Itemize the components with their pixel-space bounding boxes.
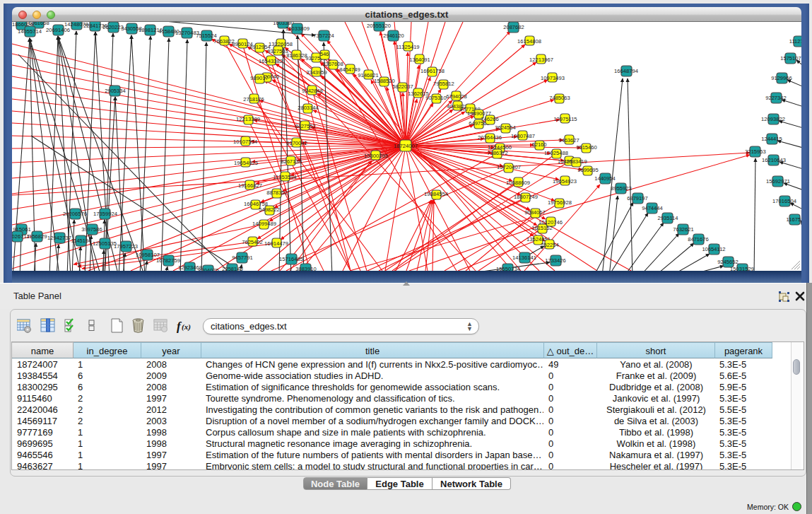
svg-text:9474444: 9474444: [642, 205, 663, 211]
svg-text:19166827: 19166827: [238, 182, 262, 189]
svg-text:6061658: 6061658: [28, 22, 49, 26]
svg-text:8186328: 8186328: [286, 52, 307, 59]
svg-text:10688609: 10688609: [506, 180, 530, 186]
svg-text:8471676: 8471676: [688, 236, 709, 243]
svg-text:5498222: 5498222: [259, 206, 280, 213]
svg-text:12942737: 12942737: [47, 235, 71, 241]
svg-text:10107554: 10107554: [233, 139, 257, 145]
svg-text:15550734: 15550734: [496, 266, 520, 271]
svg-text:8267130: 8267130: [281, 158, 302, 165]
svg-text:16210643: 16210643: [762, 157, 786, 163]
svg-text:252254: 252254: [541, 242, 558, 248]
svg-text:6794028: 6794028: [446, 93, 467, 100]
svg-text:19654923: 19654923: [553, 178, 577, 185]
svg-text:16543382: 16543382: [259, 58, 283, 64]
svg-text:15716485: 15716485: [279, 256, 303, 262]
svg-text:10654112: 10654112: [702, 246, 725, 252]
svg-text:9457791: 9457791: [232, 255, 253, 261]
svg-text:5822037: 5822037: [392, 83, 413, 90]
svg-text:16648794: 16648794: [614, 68, 638, 74]
svg-text:2258145: 2258145: [222, 266, 243, 271]
svg-text:2087682: 2087682: [503, 24, 524, 30]
svg-text:14099489: 14099489: [252, 221, 276, 227]
svg-text:2935114: 2935114: [658, 215, 678, 221]
svg-text:2905334: 2905334: [105, 88, 126, 94]
svg-text:9699695: 9699695: [577, 167, 599, 173]
svg-text:9515460: 9515460: [576, 144, 597, 151]
svg-text:20691406: 20691406: [46, 27, 70, 33]
svg-text:9227342: 9227342: [765, 95, 787, 101]
svg-text:2718176: 2718176: [243, 96, 264, 103]
svg-text:7955812: 7955812: [433, 81, 454, 87]
svg-text:746266: 746266: [481, 116, 498, 122]
svg-text:7357224: 7357224: [313, 33, 334, 39]
svg-text:8427552: 8427552: [295, 123, 316, 129]
svg-text:3215953: 3215953: [745, 148, 766, 155]
svg-text:19756928: 19756928: [548, 199, 572, 206]
svg-text:8955923: 8955923: [611, 185, 632, 192]
svg-text:17016504: 17016504: [772, 198, 796, 204]
svg-text:1156829: 1156829: [27, 233, 47, 240]
svg-text:9327503: 9327503: [267, 48, 288, 54]
svg-text:3343959: 3343959: [306, 69, 327, 76]
svg-text:1112704: 1112704: [789, 38, 801, 45]
svg-text:9463627: 9463627: [558, 137, 579, 144]
svg-text:9129966: 9129966: [771, 75, 792, 81]
svg-text:10973493: 10973493: [541, 75, 565, 81]
svg-text:16914479: 16914479: [264, 240, 288, 247]
svg-text:16961758: 16961758: [420, 68, 445, 74]
svg-text:11353594: 11353594: [273, 174, 296, 180]
svg-text:7625402: 7625402: [242, 239, 263, 245]
svg-text:989017: 989017: [250, 75, 268, 81]
svg-text:14136141: 14136141: [512, 255, 536, 261]
svg-text:3883910: 3883910: [295, 266, 317, 271]
svg-text:1364091: 1364091: [409, 57, 430, 63]
svg-text:3997586: 3997586: [81, 226, 102, 233]
svg-text:12505135: 12505135: [93, 240, 117, 247]
svg-text:9075310: 9075310: [425, 95, 447, 101]
svg-text:12213967: 12213967: [529, 57, 553, 63]
svg-text:8878352: 8878352: [266, 189, 288, 196]
svg-text:3624554: 3624554: [495, 124, 516, 131]
svg-text:9245652: 9245652: [717, 259, 739, 265]
svg-text:19384554: 19384554: [424, 191, 448, 197]
svg-text:7632621: 7632621: [673, 226, 694, 233]
svg-text:16154808: 16154808: [517, 38, 541, 45]
svg-text:20555120: 20555120: [367, 23, 391, 29]
svg-text:12213389: 12213389: [236, 116, 260, 122]
svg-text:16033809: 16033809: [286, 25, 310, 32]
svg-text:2803144: 2803144: [298, 105, 319, 111]
svg-text:20364436: 20364436: [478, 134, 502, 141]
svg-text:116753: 116753: [787, 216, 801, 223]
svg-text:15720407: 15720407: [497, 164, 521, 170]
svg-text:(x): (x): [182, 322, 191, 332]
svg-text:17957223: 17957223: [114, 243, 138, 250]
svg-text:2983419: 2983419: [566, 158, 587, 165]
svg-text:1145194: 1145194: [71, 238, 92, 244]
svg-text:15031529: 15031529: [730, 266, 754, 271]
svg-text:2946120: 2946120: [383, 33, 404, 39]
svg-text:12975115: 12975115: [553, 116, 577, 122]
svg-text:9170042: 9170042: [286, 140, 307, 146]
svg-text:1615152: 1615152: [531, 225, 553, 231]
svg-text:9242848: 9242848: [302, 88, 323, 94]
svg-text:1440954: 1440954: [594, 175, 616, 182]
svg-text:16782759: 16782759: [156, 257, 180, 264]
svg-text:7386372: 7386372: [487, 150, 508, 156]
svg-text:11325419: 11325419: [396, 44, 419, 50]
svg-text:19654925: 19654925: [234, 160, 258, 166]
svg-text:7485063: 7485063: [549, 95, 570, 101]
svg-text:17359924: 17359924: [93, 211, 117, 217]
svg-text:14055714: 14055714: [18, 28, 42, 35]
svg-text:18807249: 18807249: [514, 194, 538, 200]
svg-text:1733426: 1733426: [545, 257, 566, 264]
svg-text:18724007: 18724007: [394, 143, 418, 149]
svg-text:15300295: 15300295: [364, 153, 388, 159]
svg-text:10025488: 10025488: [544, 150, 568, 156]
svg-text:20206576: 20206576: [63, 211, 87, 217]
svg-text:9084067: 9084067: [524, 209, 546, 216]
svg-text:6879197: 6879197: [627, 195, 648, 201]
svg-text:1575107: 1575107: [780, 55, 801, 62]
svg-text:1244415: 1244415: [761, 136, 782, 142]
svg-text:12093822: 12093822: [761, 116, 785, 122]
